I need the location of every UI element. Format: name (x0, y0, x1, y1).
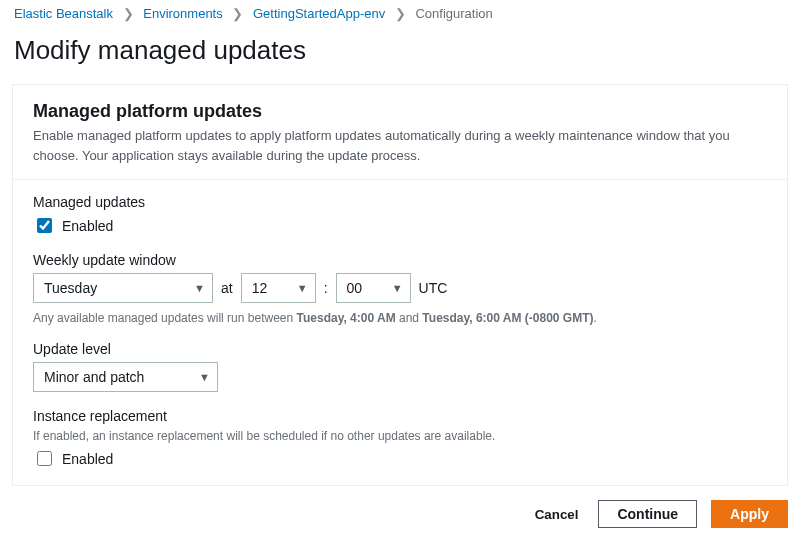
settings-panel: Managed platform updates Enable managed … (12, 84, 788, 486)
managed-updates-field: Managed updates Enabled (33, 194, 767, 236)
weekly-window-field: Weekly update window Tuesday ▼ at 12 ▼ : (33, 252, 767, 325)
apply-button[interactable]: Apply (711, 500, 788, 528)
chevron-right-icon: ❯ (232, 6, 243, 21)
weekly-window-hint: Any available managed updates will run b… (33, 311, 767, 325)
breadcrumb: Elastic Beanstalk ❯ Environments ❯ Getti… (0, 0, 800, 27)
managed-updates-checkbox-row[interactable]: Enabled (33, 215, 767, 236)
breadcrumb-current: Configuration (415, 6, 492, 21)
update-level-select[interactable]: Minor and patch (33, 362, 218, 392)
instance-replacement-field: Instance replacement If enabled, an inst… (33, 408, 767, 469)
managed-updates-label: Managed updates (33, 194, 767, 210)
panel-body: Managed updates Enabled Weekly update wi… (13, 179, 787, 485)
colon-text: : (324, 280, 328, 296)
tz-text: UTC (419, 280, 448, 296)
panel-header: Managed platform updates Enable managed … (13, 85, 787, 179)
breadcrumb-link-envs[interactable]: Environments (143, 6, 222, 21)
minute-select-wrap: 00 ▼ (336, 273, 411, 303)
instance-replacement-hint: If enabled, an instance replacement will… (33, 429, 767, 443)
day-select[interactable]: Tuesday (33, 273, 213, 303)
minute-select[interactable]: 00 (336, 273, 411, 303)
instance-replacement-checkbox-label: Enabled (62, 451, 113, 467)
cancel-button[interactable]: Cancel (529, 506, 585, 523)
page-title: Modify managed updates (14, 35, 786, 66)
instance-replacement-checkbox-row[interactable]: Enabled (33, 448, 767, 469)
breadcrumb-link-eb[interactable]: Elastic Beanstalk (14, 6, 113, 21)
hour-select[interactable]: 12 (241, 273, 316, 303)
update-level-field: Update level Minor and patch ▼ (33, 341, 767, 392)
hour-select-wrap: 12 ▼ (241, 273, 316, 303)
day-select-wrap: Tuesday ▼ (33, 273, 213, 303)
panel-description: Enable managed platform updates to apply… (33, 126, 767, 165)
panel-title: Managed platform updates (33, 101, 767, 122)
chevron-right-icon: ❯ (395, 6, 406, 21)
at-text: at (221, 280, 233, 296)
footer-actions: Cancel Continue Apply (0, 486, 800, 542)
update-level-select-wrap: Minor and patch ▼ (33, 362, 218, 392)
managed-updates-checkbox-label: Enabled (62, 218, 113, 234)
update-level-label: Update level (33, 341, 767, 357)
continue-button[interactable]: Continue (598, 500, 697, 528)
breadcrumb-link-env[interactable]: GettingStartedApp-env (253, 6, 385, 21)
instance-replacement-label: Instance replacement (33, 408, 767, 424)
weekly-window-label: Weekly update window (33, 252, 767, 268)
managed-updates-checkbox[interactable] (37, 218, 52, 233)
chevron-right-icon: ❯ (123, 6, 134, 21)
instance-replacement-checkbox[interactable] (37, 451, 52, 466)
